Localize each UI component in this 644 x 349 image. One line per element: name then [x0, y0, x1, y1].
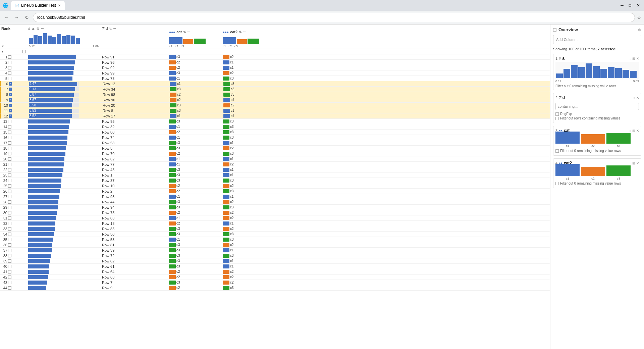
- table-row[interactable]: 13 Row 95 c3 c3: [0, 119, 550, 124]
- table-row[interactable]: 2 Row 96 c2 c1: [0, 60, 550, 65]
- row-checkbox[interactable]: [8, 163, 11, 166]
- table-row[interactable]: 30 Row 75 c2 c2: [0, 210, 550, 215]
- row-checkbox[interactable]: [8, 66, 11, 69]
- table-row[interactable]: 31 Row 83 c1 c2: [0, 215, 550, 221]
- table-row[interactable]: 6 9.47 Row 12 c1 c3: [0, 81, 550, 87]
- table-row[interactable]: 22 Row 45 c3 c1: [0, 167, 550, 172]
- table-row[interactable]: 36 Row 81 c3 c2: [0, 242, 550, 248]
- maximize-btn[interactable]: □: [628, 2, 633, 9]
- row-checkbox[interactable]: [8, 195, 11, 198]
- table-row[interactable]: 9 8.67 Row 90 c2 c1: [0, 97, 550, 103]
- panel-expand-icon[interactable]: ⊕: [638, 28, 641, 32]
- panel-col-a-grid-icon[interactable]: ⊞: [632, 57, 635, 60]
- table-row[interactable]: 4 Row 99 c3 c2: [0, 70, 550, 76]
- row-checkbox[interactable]: [8, 265, 11, 268]
- table-row[interactable]: 12 8.52 Row 17 c1 c1: [0, 113, 550, 119]
- a-sort-icon[interactable]: ⇅: [36, 27, 39, 31]
- row-checkbox[interactable]: [8, 184, 11, 188]
- row-checkbox[interactable]: [8, 152, 11, 155]
- table-row[interactable]: 11 8.53 Row 8 c3 c1: [0, 108, 550, 113]
- table-row[interactable]: 21 Row 77 c1 c2: [0, 162, 550, 167]
- table-row[interactable]: 33 Row 85 c3 c2: [0, 226, 550, 232]
- row-checkbox[interactable]: [8, 173, 11, 177]
- table-row[interactable]: 24 Row 37 c3 c3: [0, 178, 550, 183]
- panel-col-cat-sort-icon[interactable]: ↕: [629, 129, 631, 133]
- table-row[interactable]: 37 Row 39 c3 c1: [0, 248, 550, 253]
- back-btn[interactable]: ←: [3, 13, 11, 21]
- table-row[interactable]: 8 8.87 Row 98 c2 c3: [0, 92, 550, 97]
- table-row[interactable]: 29 Row 94 c3 c3: [0, 205, 550, 210]
- row-checkbox[interactable]: [9, 104, 12, 107]
- table-row[interactable]: 18 Row 5 c3 c2: [0, 146, 550, 151]
- cat-menu-dots[interactable]: ···: [187, 30, 190, 34]
- panel-col-cat2-grid-icon[interactable]: ⊞: [632, 161, 635, 165]
- row-checkbox[interactable]: [8, 71, 11, 75]
- panel-col-d-regexp-checkbox[interactable]: [555, 112, 559, 116]
- panel-col-d-regexp-row[interactable]: RegExp: [555, 112, 639, 116]
- row-checkbox[interactable]: [8, 141, 11, 145]
- row-checkbox[interactable]: [8, 125, 11, 129]
- row-checkbox[interactable]: [8, 136, 11, 139]
- row-checkbox[interactable]: [8, 131, 11, 134]
- table-row[interactable]: 43 Row 7 c3 c2: [0, 280, 550, 285]
- table-row[interactable]: 14 Row 32 c1 c3: [0, 124, 550, 130]
- panel-col-cat-close-icon[interactable]: ✕: [636, 129, 639, 133]
- d-sort-icon[interactable]: ⇅: [109, 27, 112, 31]
- table-row[interactable]: 10 8.58 Row 20 c3 c2: [0, 103, 550, 108]
- row-checkbox[interactable]: [8, 249, 11, 252]
- panel-col-d-filter-input[interactable]: [555, 103, 639, 110]
- cat-sort-icon[interactable]: ⇅: [183, 30, 186, 34]
- table-row[interactable]: 17 Row 58 c3 c1: [0, 140, 550, 146]
- table-row[interactable]: 34 Row 50 c3 c3: [0, 232, 550, 237]
- overview-checkbox[interactable]: [553, 28, 556, 32]
- table-row[interactable]: 15 Row 80 c2 c3: [0, 130, 550, 135]
- row-checkbox[interactable]: [8, 55, 11, 59]
- reload-btn[interactable]: ↻: [23, 13, 31, 21]
- table-row[interactable]: 1 Row 91 c3 c2: [0, 54, 550, 60]
- row-checkbox[interactable]: [8, 147, 11, 150]
- panel-col-a-close-icon[interactable]: ✕: [636, 57, 639, 60]
- panel-col-cat2-sort-icon[interactable]: ↕: [629, 161, 631, 165]
- table-row[interactable]: 40 Row 61 c3 c1: [0, 264, 550, 269]
- table-row[interactable]: 20 Row 62 c1 c1: [0, 156, 550, 162]
- table-row[interactable]: 5 Row 73 c1 c3: [0, 76, 550, 81]
- select-all-checkbox[interactable]: [22, 50, 26, 53]
- table-row[interactable]: 7 9.13 Row 34 c3 c3: [0, 87, 550, 92]
- panel-col-cat2-close-icon[interactable]: ✕: [636, 161, 639, 165]
- row-checkbox[interactable]: [8, 281, 11, 284]
- row-checkbox[interactable]: [8, 77, 11, 80]
- row-checkbox[interactable]: [9, 114, 12, 118]
- panel-col-cat-grid-icon[interactable]: ⊞: [632, 129, 635, 133]
- panel-col-a-sort-icon[interactable]: ↕: [629, 57, 631, 60]
- row-checkbox[interactable]: [8, 259, 11, 263]
- forward-btn[interactable]: →: [13, 13, 21, 21]
- browser-tab[interactable]: 📄 LineUp Builder Test ✕: [11, 1, 65, 10]
- row-checkbox[interactable]: [8, 222, 11, 225]
- table-row[interactable]: 26 Row 2 c2 c3: [0, 189, 550, 194]
- row-checkbox[interactable]: [8, 190, 11, 193]
- panel-col-cat2-filter-row[interactable]: Filter out 0 remaining missing value row…: [555, 182, 639, 185]
- close-btn[interactable]: ✕: [635, 2, 641, 9]
- row-checkbox[interactable]: [8, 243, 11, 247]
- table-row[interactable]: 19 Row 70 c2 c3: [0, 151, 550, 156]
- row-checkbox[interactable]: [8, 286, 11, 290]
- panel-col-cat-filter-checkbox[interactable]: [555, 149, 559, 153]
- row-checkbox[interactable]: [8, 270, 11, 273]
- table-row[interactable]: 3 Row 92 c2 c1: [0, 65, 550, 70]
- cat2-menu-dots[interactable]: ···: [243, 30, 246, 34]
- bookmark-icon[interactable]: ☆: [637, 15, 641, 20]
- table-row[interactable]: 41 Row 64 c2 c2: [0, 269, 550, 275]
- panel-col-cat-filter-row[interactable]: Filter out 0 remaining missing value row…: [555, 149, 639, 153]
- table-row[interactable]: 39 Row 82 c3 c1: [0, 258, 550, 264]
- row-checkbox[interactable]: [8, 206, 11, 209]
- row-checkbox[interactable]: [9, 109, 12, 112]
- table-row[interactable]: 32 Row 18 c2 c1: [0, 221, 550, 226]
- d-menu-dots[interactable]: ···: [113, 27, 116, 31]
- panel-col-d-missing-row[interactable]: Filter out rows containing missing value…: [555, 116, 639, 120]
- row-checkbox[interactable]: [9, 88, 12, 91]
- row-checkbox[interactable]: [8, 233, 11, 236]
- table-row[interactable]: 35 Row 53 c1 c3: [0, 237, 550, 242]
- row-checkbox[interactable]: [8, 120, 11, 123]
- table-row[interactable]: 28 Row 44 c3 c2: [0, 199, 550, 205]
- row-checkbox[interactable]: [8, 179, 11, 182]
